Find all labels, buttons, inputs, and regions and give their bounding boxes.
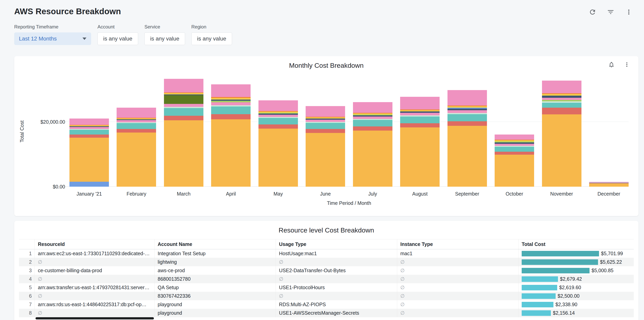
bar-segment[interactable] <box>211 102 250 105</box>
bar-segment[interactable] <box>211 119 250 187</box>
bar-september[interactable] <box>448 90 487 187</box>
region-filter-button[interactable]: is any value <box>192 32 232 45</box>
bar-segment[interactable] <box>400 123 440 127</box>
col-header-instance-type[interactable]: Instance Type <box>397 239 518 249</box>
bar-segment[interactable] <box>116 120 156 122</box>
bar-segment[interactable] <box>542 100 582 101</box>
bar-segment[interactable] <box>353 126 392 131</box>
bar-segment[interactable] <box>353 131 392 187</box>
bar-segment[interactable] <box>258 129 298 187</box>
bar-segment[interactable] <box>448 114 487 121</box>
bar-october[interactable] <box>495 135 534 187</box>
bar-segment[interactable] <box>542 101 582 103</box>
bar-segment[interactable] <box>70 119 109 125</box>
bar-segment[interactable] <box>70 138 109 182</box>
bar-segment[interactable] <box>495 152 534 155</box>
bar-segment[interactable] <box>116 129 156 133</box>
table-row[interactable]: 5arn:aws:transfer:us-east-1:479370281431… <box>19 283 634 292</box>
bar-segment[interactable] <box>448 90 487 106</box>
bar-segment[interactable] <box>353 120 392 126</box>
bar-segment[interactable] <box>211 98 250 100</box>
col-header-total-cost[interactable]: Total Cost <box>518 239 634 249</box>
reporting-timeframe-dropdown[interactable]: Last 12 Months <box>14 32 91 45</box>
alert-bell-icon[interactable] <box>608 61 615 68</box>
bar-segment[interactable] <box>542 96 582 98</box>
account-filter-button[interactable]: is any value <box>98 32 138 45</box>
bar-segment[interactable] <box>542 81 582 93</box>
bar-segment[interactable] <box>400 117 440 123</box>
bar-november[interactable] <box>542 81 582 187</box>
bar-segment[interactable] <box>164 104 204 107</box>
col-header-resource-id[interactable]: ResourceId <box>35 239 154 249</box>
more-vert-icon[interactable] <box>625 8 633 16</box>
bar-segment[interactable] <box>258 115 298 117</box>
bar-segment[interactable] <box>211 114 250 119</box>
bar-segment[interactable] <box>164 116 204 120</box>
bar-segment[interactable] <box>258 100 298 111</box>
bar-june[interactable] <box>306 106 345 187</box>
table-row[interactable]: 2∅lightwing∅∅$5,625.22 <box>19 258 634 266</box>
table-row[interactable]: 8∅playgroundUSE1-AWSSecretsManager-Secre… <box>19 309 634 317</box>
bar-segment[interactable] <box>495 144 534 146</box>
bar-december[interactable] <box>589 182 628 187</box>
horizontal-scrollbar-thumb[interactable] <box>36 317 154 319</box>
bar-segment[interactable] <box>306 123 345 129</box>
col-header-account-name[interactable]: Account Name <box>154 239 276 249</box>
bar-segment[interactable] <box>400 127 440 187</box>
bar-segment[interactable] <box>116 108 156 118</box>
bar-segment[interactable] <box>211 101 250 102</box>
bar-segment[interactable] <box>70 182 109 187</box>
table-row[interactable]: 6∅830767422336∅∅$2,500.00 <box>19 292 634 300</box>
filter-icon[interactable] <box>606 8 615 16</box>
bar-segment[interactable] <box>448 126 487 187</box>
bar-segment[interactable] <box>448 109 487 110</box>
bar-segment[interactable] <box>542 98 582 100</box>
bar-segment[interactable] <box>164 79 204 92</box>
bar-segment[interactable] <box>448 121 487 126</box>
bar-segment[interactable] <box>306 120 345 122</box>
bar-segment[interactable] <box>495 135 534 140</box>
refresh-icon[interactable] <box>588 8 597 16</box>
bar-segment[interactable] <box>542 103 582 108</box>
bar-segment[interactable] <box>353 102 392 113</box>
bar-february[interactable] <box>116 108 156 187</box>
bar-segment[interactable] <box>542 94 582 96</box>
bar-april[interactable] <box>211 84 250 187</box>
bar-segment[interactable] <box>164 108 204 116</box>
more-vert-icon[interactable] <box>624 61 630 68</box>
bar-march[interactable] <box>164 79 204 187</box>
bar-segment[interactable] <box>542 114 582 187</box>
bar-segment[interactable] <box>211 84 250 97</box>
bar-august[interactable] <box>400 97 440 187</box>
bar-segment[interactable] <box>164 120 204 187</box>
bar-segment[interactable] <box>306 129 345 133</box>
bar-segment[interactable] <box>495 147 534 152</box>
bar-segment[interactable] <box>448 110 487 113</box>
bar-segment[interactable] <box>258 124 298 129</box>
bar-segment[interactable] <box>495 155 534 187</box>
bar-segment[interactable] <box>353 117 392 119</box>
bar-segment[interactable] <box>258 118 298 124</box>
bar-segment[interactable] <box>542 108 582 114</box>
bar-segment[interactable] <box>164 95 204 104</box>
bar-july[interactable] <box>353 102 392 187</box>
col-header-usage-type[interactable]: Usage Type <box>276 239 397 249</box>
bar-segment[interactable] <box>495 142 534 144</box>
bar-segment[interactable] <box>70 130 109 135</box>
bar-segment[interactable] <box>400 113 440 115</box>
bar-segment[interactable] <box>306 106 345 117</box>
bar-segment[interactable] <box>400 111 440 113</box>
service-filter-button[interactable]: is any value <box>144 32 185 45</box>
bar-segment[interactable] <box>70 135 109 138</box>
table-row[interactable]: 1arn:aws:ec2:us-east-1:733017110293:dedi… <box>19 249 634 258</box>
bar-segment[interactable] <box>589 183 628 187</box>
bar-segment[interactable] <box>70 127 109 129</box>
bar-may[interactable] <box>258 100 298 187</box>
bar-segment[interactable] <box>116 133 156 187</box>
table-row[interactable]: 3ce-customer-billing-data-prodaws-ce-pro… <box>19 266 634 275</box>
bar-segment[interactable] <box>306 133 345 187</box>
bar-segment[interactable] <box>400 97 440 109</box>
bar-segment[interactable] <box>116 123 156 129</box>
table-row[interactable]: 4∅868001352780∅∅$2,679.42 <box>19 275 634 283</box>
bar-segment[interactable] <box>211 107 250 114</box>
